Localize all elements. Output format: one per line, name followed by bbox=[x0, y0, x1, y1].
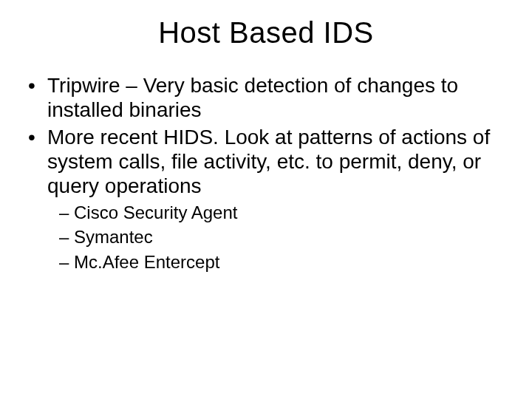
slide: Host Based IDS Tripwire – Very basic det… bbox=[0, 0, 532, 399]
bullet-text: More recent HIDS. Look at patterns of ac… bbox=[47, 126, 490, 197]
slide-body: Tripwire – Very basic detection of chang… bbox=[0, 50, 532, 273]
bullet-text: Tripwire – Very basic detection of chang… bbox=[47, 74, 458, 121]
sub-bullet-text: Cisco Security Agent bbox=[74, 202, 237, 222]
list-item: Tripwire – Very basic detection of chang… bbox=[27, 73, 505, 122]
sub-bullet-text: Mc.Afee Entercept bbox=[74, 252, 219, 272]
list-item: Cisco Security Agent bbox=[59, 201, 505, 224]
list-item: Mc.Afee Entercept bbox=[59, 250, 505, 273]
list-item: More recent HIDS. Look at patterns of ac… bbox=[27, 125, 505, 273]
sub-bullet-text: Symantec bbox=[74, 227, 153, 247]
slide-title: Host Based IDS bbox=[0, 0, 532, 50]
bullet-list: Tripwire – Very basic detection of chang… bbox=[27, 73, 505, 273]
list-item: Symantec bbox=[59, 225, 505, 248]
sub-bullet-list: Cisco Security Agent Symantec Mc.Afee En… bbox=[47, 201, 505, 273]
